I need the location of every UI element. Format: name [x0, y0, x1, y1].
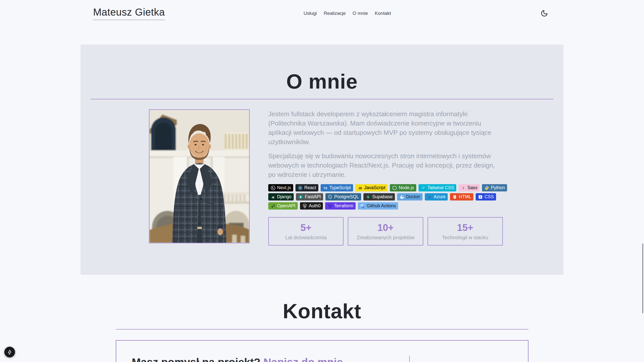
nodejs-icon: [392, 185, 397, 190]
tech-badge: Next.js: [268, 184, 293, 191]
sass-icon: S: [461, 185, 466, 190]
tech-badge: djDjango: [268, 193, 294, 200]
tech-badge-row-2: djDjangoFastAPIPostgreSQLSupabaseDockerA…: [268, 193, 501, 200]
githubactions-icon: [360, 204, 365, 209]
dev-toolbar-button[interactable]: [4, 347, 15, 357]
terraform-icon: [327, 204, 332, 209]
javascript-icon: JS: [358, 185, 363, 190]
tech-badges: Next.jsReactTSTypeScriptJSJavaScriptNode…: [268, 184, 501, 210]
tech-badge: OpenAPI: [268, 202, 298, 210]
nav-link-o-mnie[interactable]: O mnie: [353, 11, 368, 16]
css-icon: 3: [478, 194, 483, 199]
tech-badge: Github Actions: [358, 202, 398, 210]
tech-badge: Terraform: [325, 202, 356, 210]
stat-value: 10+: [377, 223, 394, 232]
tech-badge: Docker: [397, 193, 423, 200]
tech-badge: SSass: [459, 184, 480, 191]
about-paragraph-2: Specjalizuję się w budowaniu nowoczesnyc…: [268, 151, 501, 179]
moon-icon: [541, 10, 548, 17]
profile-photo: [149, 109, 250, 243]
nextjs-icon: [271, 185, 276, 190]
openapi-icon: [271, 204, 276, 209]
contact-cta-link[interactable]: Napisz do mnie: [263, 356, 343, 362]
tech-badge: Node.js: [390, 184, 416, 191]
about-paragraph-1: Jestem fullstack developerem z wykształc…: [268, 109, 501, 147]
tech-badge: Supabase: [363, 193, 395, 200]
svg-text:HTML: HTML: [453, 195, 456, 196]
stat-label: Technologii w stacku: [442, 235, 488, 240]
tailwind-icon: [421, 185, 426, 190]
tech-badge: 3CSS: [476, 193, 496, 200]
tech-badge-row-1: Next.jsReactTSTypeScriptJSJavaScriptNode…: [268, 184, 501, 191]
stats-row: 5+ Lat doświadczenia 10+ Zrealizowanych …: [268, 217, 503, 246]
theme-toggle-button[interactable]: [540, 9, 549, 18]
about-section: O mnie: [81, 45, 563, 275]
svg-text:JS: JS: [358, 186, 362, 189]
scrollbar-thumb[interactable]: [642, 244, 643, 313]
svg-text:S: S: [462, 186, 464, 190]
tech-badge-row-3: OpenAPIAuth0TerraformGithub Actions: [268, 202, 501, 210]
site-header: Mateusz Gietka UsługiRealizacjeO mnieKon…: [0, 0, 644, 27]
nav-link-uslugi[interactable]: Usługi: [304, 11, 317, 16]
contact-card: Masz pomysł na projekt? Napisz do mnie: [116, 340, 528, 362]
stat-label: Lat doświadczenia: [285, 235, 327, 240]
postgresql-icon: [328, 194, 333, 199]
docker-icon: [399, 194, 404, 199]
about-content: Jestem fullstack developerem z wykształc…: [81, 109, 563, 246]
nav-link-kontakt[interactable]: Kontakt: [375, 11, 391, 16]
about-title: O mnie: [81, 45, 563, 92]
contact-title-rule: [116, 329, 528, 330]
about-text-column: Jestem fullstack developerem z wykształc…: [268, 109, 501, 246]
tech-badge: Azure: [425, 193, 448, 200]
contact-section: Kontakt Masz pomysł na projekt? Napisz d…: [0, 275, 644, 362]
supabase-icon: [366, 194, 371, 199]
lightning-bolt-icon: [7, 349, 13, 355]
svg-text:TS: TS: [324, 186, 327, 189]
svg-text:5: 5: [454, 196, 455, 198]
typescript-icon: TS: [323, 185, 328, 190]
contact-card-divider: [409, 356, 410, 362]
tech-badge: PostgreSQL: [325, 193, 361, 200]
stat-card: 5+ Lat doświadczenia: [268, 217, 344, 246]
nav-link-realizacje[interactable]: Realizacje: [324, 11, 346, 16]
tech-badge: Auth0: [300, 202, 323, 210]
auth0-icon: [302, 204, 307, 209]
profile-photo-illustration: [149, 110, 249, 243]
contact-title: Kontakt: [0, 275, 644, 321]
svg-text:3: 3: [480, 196, 481, 198]
azure-icon: [427, 194, 432, 199]
tech-badge: HTML5HTML: [450, 193, 473, 200]
tech-badge: React: [295, 184, 318, 191]
tech-badge: FastAPI: [296, 193, 323, 200]
about-title-rule: [91, 99, 553, 99]
stat-value: 15+: [457, 223, 473, 232]
stat-card: 10+ Zrealizowanych projektów: [348, 217, 423, 246]
tech-badge: JSJavaScript: [355, 184, 388, 191]
stat-label: Zrealizowanych projektów: [357, 235, 414, 240]
tech-badge: Tailwind CSS: [419, 184, 456, 191]
fastapi-icon: [298, 194, 303, 199]
svg-text:dj: dj: [272, 195, 274, 198]
tech-badge: Python: [482, 184, 507, 191]
html-icon: HTML5: [452, 194, 457, 199]
tech-badge: TSTypeScript: [321, 184, 353, 191]
stat-card: 15+ Technologii w stacku: [428, 217, 503, 246]
main-nav: UsługiRealizacjeO mnieKontakt: [304, 11, 391, 16]
react-icon: [298, 185, 303, 190]
site-logo[interactable]: Mateusz Gietka: [93, 7, 165, 20]
django-icon: dj: [271, 194, 276, 199]
contact-cta-text: Masz pomysł na projekt?: [132, 356, 263, 362]
stat-value: 5+: [300, 223, 311, 232]
contact-cta: Masz pomysł na projekt? Napisz do mnie: [132, 356, 528, 362]
python-icon: [484, 185, 489, 190]
